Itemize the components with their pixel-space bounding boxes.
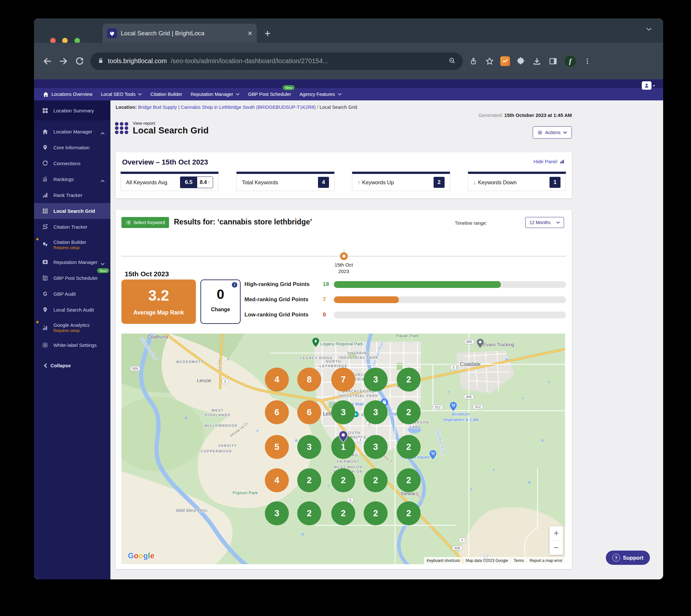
grid-point[interactable]: 8 (297, 368, 321, 392)
sidebar-item-gbp-audit[interactable]: GGBP Audit (34, 286, 110, 302)
attribution-link[interactable]: Report a map error (527, 557, 565, 564)
grid-point[interactable]: 3 (364, 400, 387, 424)
analytics-extension-icon[interactable] (500, 56, 510, 66)
lock-icon[interactable] (97, 57, 104, 65)
chevron-down-icon (563, 131, 567, 134)
grid-point[interactable]: 3 (364, 435, 387, 459)
nav-item-local-seo-tools[interactable]: Local SEO Tools (97, 88, 147, 101)
grid-point[interactable]: 6 (297, 400, 321, 424)
stat-label-text: Keywords Up (362, 179, 394, 185)
grid-point[interactable]: 2 (397, 400, 421, 424)
grid-point[interactable]: 5 (265, 435, 289, 459)
route-shield: 509 (130, 366, 140, 371)
grid-point[interactable]: 2 (297, 501, 321, 525)
barchart-icon (41, 192, 49, 198)
grid-point[interactable]: 3 (265, 501, 289, 525)
downloads-icon[interactable] (531, 56, 542, 67)
grid-point[interactable]: 2 (397, 468, 421, 492)
top-navigation: Locations OverviewLocal SEO ToolsCitatio… (34, 88, 663, 101)
bar-label: High-ranking Grid Points (244, 281, 323, 288)
sidebar-item-google-analytics[interactable]: GGoogle AnalyticsRequires setup (34, 318, 110, 337)
snapshot-date: 15th Oct 2023 (125, 270, 169, 278)
attribution-link[interactable]: Terms (511, 557, 527, 564)
sidebar-item-reputation-manager[interactable]: Reputation Manager (34, 254, 110, 270)
zoom-page-icon[interactable] (448, 57, 455, 65)
grid-point[interactable]: 2 (297, 468, 321, 492)
grid-point[interactable]: 2 (331, 501, 355, 525)
side-panel-icon[interactable] (548, 56, 559, 67)
sidebar-item-label: Reputation Manager (53, 259, 97, 265)
nav-item-citation-builder[interactable]: Citation Builder (146, 88, 186, 101)
tab-search-chevron-icon[interactable] (646, 27, 652, 33)
address-bar[interactable]: tools.brightlocal.com/seo-tools/admin/lo… (90, 52, 463, 70)
sidebar-item-location-manager[interactable]: Location Manager (34, 124, 110, 139)
sidebar-item-rank-tracker[interactable]: Rank Tracker (34, 187, 110, 203)
browser-menu-kebab-icon[interactable] (582, 56, 593, 67)
grid-point[interactable]: 2 (397, 435, 421, 459)
sidebar-item-local-search-grid[interactable]: Local Search Grid (34, 203, 110, 219)
sidebar-item-connections[interactable]: Connections (34, 155, 110, 171)
share-icon[interactable] (468, 56, 479, 67)
page-title: Local Search Grid (133, 126, 208, 136)
info-icon[interactable]: i (232, 282, 237, 288)
grid-point[interactable]: 6 (265, 400, 289, 424)
chevron-down-icon (101, 261, 105, 266)
sidebar-item-gbp-post-scheduler[interactable]: GBP Post SchedulerNew (34, 270, 110, 286)
grid-point[interactable]: 3 (331, 400, 355, 424)
grid-point[interactable]: 2 (331, 468, 355, 492)
stat-card-keywords-down: ↓Keywords Down1 (468, 172, 566, 191)
select-keyword-button[interactable]: Select Keyword (121, 217, 169, 228)
grid-point[interactable]: 2 (364, 468, 387, 492)
sidebar-item-label: Google Analytics (53, 322, 90, 328)
nav-item-reputation-manager[interactable]: Reputation Manager (186, 88, 244, 101)
support-button[interactable]: ? Support (606, 551, 650, 565)
zoom-out-button[interactable]: − (550, 541, 563, 555)
map-label: Lenzie (197, 378, 211, 384)
breadcrumb-location-link[interactable]: Bridge Bud Supply | Cannabis Shop in Let… (138, 105, 316, 110)
forward-icon[interactable] (58, 56, 69, 67)
sidebar-item-rankings[interactable]: Rankings (34, 171, 110, 187)
nav-item-agency-features[interactable]: Agency Features (295, 88, 346, 101)
sidebar-item-citation-tracker[interactable]: Citation Tracker (34, 219, 110, 235)
grid-point[interactable]: 3 (297, 435, 321, 459)
sidebar-item-white-label-settings[interactable]: White-label Settings (34, 337, 110, 353)
user-menu[interactable]: ▾ (642, 81, 655, 90)
grid-point[interactable]: 3 (364, 368, 387, 392)
nav-item-label: Locations Overview (51, 92, 93, 97)
stat-card-label: All Keywords Avg. (126, 179, 169, 185)
browser-tab[interactable]: Local Search Grid | BrightLoca × (103, 24, 257, 43)
nav-item-gbp-post-scheduler[interactable]: GBP Post SchedulerNew (244, 88, 295, 101)
map[interactable]: CoalhurstPavan ParkOld Man RiverOld Man … (121, 334, 565, 564)
back-icon[interactable] (42, 56, 53, 67)
new-tab-button[interactable]: + (265, 27, 271, 40)
attribution-link[interactable]: Keyboard shortcuts (424, 557, 463, 564)
bookmark-star-icon[interactable] (484, 56, 495, 67)
sidebar-item-core-information[interactable]: Core Information (34, 139, 110, 155)
tab-close-icon[interactable]: × (248, 29, 252, 37)
profile-avatar[interactable]: f (564, 55, 577, 68)
timeline-range-select[interactable]: 12 Months (525, 217, 564, 228)
dotgrid-icon (41, 208, 49, 214)
grid-point[interactable]: 7 (331, 368, 355, 392)
sidebar-item-local-search-audit[interactable]: Local Search Audit (34, 302, 110, 318)
attribution-link[interactable]: Map data ©2023 Google (463, 557, 511, 564)
grid-point[interactable]: 4 (265, 368, 289, 392)
sidebar-collapse[interactable]: Collapse (34, 363, 110, 368)
hide-panel-link[interactable]: Hide Panel (534, 159, 565, 164)
zoom-in-button[interactable]: + (550, 526, 563, 541)
grid-point[interactable]: 2 (364, 501, 387, 525)
grid-point[interactable]: 2 (397, 368, 421, 392)
chevron-down-icon (338, 93, 342, 95)
grid-point[interactable]: 2 (397, 501, 421, 525)
sidebar-item-citation-builder[interactable]: Citation BuilderRequires setup (34, 235, 110, 254)
actions-button[interactable]: Actions (533, 126, 572, 139)
grid-point[interactable]: 4 (265, 468, 289, 492)
store-pin-icon (429, 450, 437, 461)
extensions-puzzle-icon[interactable] (515, 56, 526, 67)
sidebar-item-location-summary[interactable]: Location Summary (34, 101, 110, 120)
timeline-marker[interactable] (340, 252, 348, 260)
nav-item-locations-overview[interactable]: Locations Overview (39, 88, 97, 101)
question-icon: ? (612, 554, 620, 562)
bar-value: 7 (323, 296, 334, 303)
reload-icon[interactable] (74, 56, 85, 67)
